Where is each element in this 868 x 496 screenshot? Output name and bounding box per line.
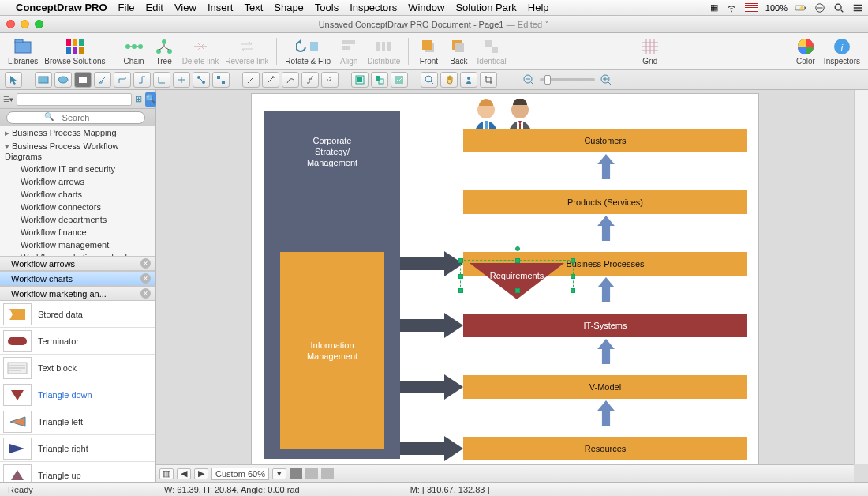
menu-help[interactable]: Help: [528, 2, 549, 13]
distribute-button[interactable]: Distribute: [365, 36, 402, 67]
inspectors-button[interactable]: i Inspectors: [822, 36, 862, 67]
crop-tool[interactable]: [480, 72, 497, 88]
conn-tool-7[interactable]: [212, 72, 230, 88]
menu-edit[interactable]: Edit: [146, 2, 163, 13]
library-tab[interactable]: Workflow charts×: [0, 271, 155, 286]
shape-item[interactable]: Triangle down: [0, 381, 155, 408]
tree-button[interactable]: Tree: [151, 36, 178, 67]
shape-item[interactable]: Stored data: [0, 301, 155, 328]
view-search-icon[interactable]: 🔍: [145, 92, 156, 107]
group-tool-1[interactable]: [351, 72, 369, 88]
reverse-link-button[interactable]: Reverse link: [223, 36, 270, 67]
shape-item[interactable]: Text block: [0, 355, 155, 381]
arrow-up-2[interactable]: [594, 216, 618, 241]
tree-node[interactable]: Workflow connectors: [0, 201, 155, 213]
pointer-tool[interactable]: [5, 72, 22, 88]
tree-node[interactable]: Workflow finance: [0, 226, 155, 239]
shape-item[interactable]: Triangle up: [0, 462, 155, 482]
person-tool[interactable]: [460, 72, 477, 88]
do-not-disturb-icon[interactable]: [814, 2, 825, 13]
wifi-icon[interactable]: [726, 2, 737, 13]
menu-extras-icon[interactable]: [852, 2, 863, 13]
menu-shape[interactable]: Shape: [274, 2, 304, 13]
page-first[interactable]: ◀: [177, 468, 191, 479]
close-icon[interactable]: ×: [140, 258, 151, 269]
front-button[interactable]: Front: [415, 36, 442, 67]
tree-node[interactable]: Workflow management: [0, 239, 155, 251]
menu-text[interactable]: Text: [244, 2, 263, 13]
tray-icon[interactable]: ▦: [710, 2, 718, 13]
group-tool-3[interactable]: [391, 72, 408, 88]
line-tool-1[interactable]: [242, 72, 260, 88]
arrow-right-3[interactable]: [400, 374, 463, 400]
library-tab[interactable]: Workflow arrows×: [0, 256, 155, 271]
ellipse-tool[interactable]: [54, 72, 72, 88]
menu-window[interactable]: Window: [408, 2, 444, 13]
app-name[interactable]: ConceptDraw PRO: [16, 2, 107, 13]
conn-tool-4[interactable]: [153, 72, 170, 88]
view-grid-icon[interactable]: ⊞: [135, 92, 142, 107]
tree-node[interactable]: Workflow arrows: [0, 175, 155, 188]
arrow-right-1[interactable]: [400, 250, 463, 277]
arrow-right-2[interactable]: [400, 312, 463, 339]
shape-products[interactable]: Products (Services): [463, 190, 747, 214]
menu-tools[interactable]: Tools: [315, 2, 339, 13]
battery-icon[interactable]: ⚡: [795, 2, 806, 13]
page-prev[interactable]: ▶: [194, 468, 208, 479]
zoom-out-button[interactable]: [520, 72, 537, 88]
color-button[interactable]: Color: [792, 36, 819, 67]
line-tool-2[interactable]: [262, 72, 279, 88]
page-pane-toggle[interactable]: ▥: [159, 468, 174, 479]
close-icon[interactable]: ×: [140, 273, 151, 284]
flag-icon[interactable]: [745, 3, 758, 12]
chain-button[interactable]: Chain: [121, 36, 148, 67]
line-tool-3[interactable]: [282, 72, 299, 88]
zoom-in-tool[interactable]: [421, 72, 438, 88]
line-tool-5[interactable]: [321, 72, 339, 88]
canvas-viewport[interactable]: Corporate Strategy/ Management Informati…: [156, 90, 854, 464]
menu-solution-park[interactable]: Solution Park: [455, 2, 516, 13]
line-tool-4[interactable]: [301, 72, 319, 88]
rotate-flip-button[interactable]: Rotate & Flip: [283, 36, 332, 67]
tree-node[interactable]: ▾Business Process Workflow Diagrams: [0, 140, 155, 163]
conn-tool-3[interactable]: [133, 72, 151, 88]
page-tab[interactable]: [305, 468, 318, 479]
conn-tool-5[interactable]: [173, 72, 190, 88]
zoom-in-button[interactable]: [597, 72, 615, 88]
shape-item[interactable]: Terminator: [0, 328, 155, 355]
library-tab[interactable]: Workflow marketing an...×: [0, 286, 155, 301]
menu-inspectors[interactable]: Inspectors: [350, 2, 397, 13]
page[interactable]: Corporate Strategy/ Management Informati…: [251, 93, 759, 464]
close-icon[interactable]: ×: [140, 288, 151, 299]
shape-item[interactable]: Triangle left: [0, 408, 155, 435]
identical-button[interactable]: Identical: [475, 36, 507, 67]
vertical-scrollbar[interactable]: [854, 90, 868, 464]
conn-tool-1[interactable]: [94, 72, 111, 88]
library-menu-icon[interactable]: ☰▾: [3, 96, 13, 103]
grid-button[interactable]: Grid: [637, 36, 664, 67]
shape-information-management[interactable]: Information Management: [280, 252, 384, 449]
zoom-slider[interactable]: [540, 78, 595, 81]
menu-view[interactable]: View: [174, 2, 196, 13]
menu-file[interactable]: File: [118, 2, 135, 13]
conn-tool-6[interactable]: [193, 72, 210, 88]
arrow-up-3[interactable]: [594, 277, 618, 302]
shape-v-model[interactable]: V-Model: [463, 375, 747, 399]
page-tab[interactable]: [321, 468, 334, 479]
libraries-button[interactable]: Libraries: [6, 36, 39, 67]
align-button[interactable]: Align: [335, 36, 362, 67]
zoom-dropdown[interactable]: ▾: [272, 468, 286, 479]
delete-link-button[interactable]: Delete link: [181, 36, 221, 67]
browse-solutions-button[interactable]: Browse Solutions: [43, 36, 107, 67]
tree-node[interactable]: Workflow IT and security: [0, 163, 155, 175]
arrow-up-4[interactable]: [594, 339, 618, 364]
back-button[interactable]: Back: [445, 36, 472, 67]
tree-node[interactable]: Workflow charts: [0, 188, 155, 201]
hand-tool[interactable]: [440, 72, 458, 88]
rect-tool[interactable]: [35, 72, 52, 88]
shape-customers[interactable]: Customers: [463, 129, 747, 152]
shape-item[interactable]: Triangle right: [0, 435, 155, 462]
arrow-up-1[interactable]: [594, 154, 618, 179]
library-filter-input[interactable]: [17, 93, 132, 106]
selection-handles[interactable]: [460, 260, 574, 291]
